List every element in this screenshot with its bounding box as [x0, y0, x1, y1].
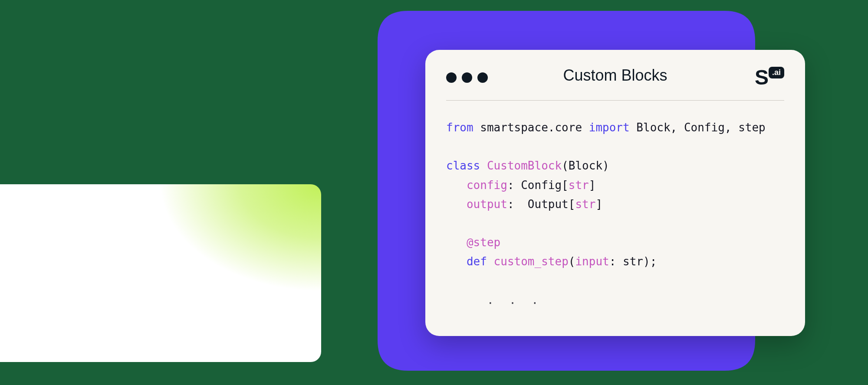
attr-config: config: [467, 179, 507, 192]
type-param: str: [569, 179, 589, 192]
keyword-def: def: [467, 255, 487, 268]
param-type: str: [623, 255, 643, 268]
traffic-lights: [446, 72, 488, 83]
code-ellipsis: . . .: [487, 294, 542, 307]
type-annotation: : Output[: [507, 198, 575, 211]
type-param: str: [575, 198, 595, 211]
decorator-step: @step: [467, 236, 500, 249]
type-annotation: : Config[: [507, 179, 569, 192]
code-content: from smartspace.core import Block, Confi…: [446, 101, 784, 310]
logo-badge: .ai: [769, 67, 784, 78]
code-window: Custom Blocks S .ai from smartspace.core…: [425, 50, 805, 336]
class-name: CustomBlock: [487, 159, 562, 172]
logo: S .ai: [755, 67, 784, 88]
keyword-from: from: [446, 121, 473, 134]
window-header: Custom Blocks S .ai: [446, 67, 784, 101]
traffic-light-maximize[interactable]: [477, 72, 488, 83]
class-parent: (Block): [562, 159, 609, 172]
function-name: custom_step: [494, 255, 569, 268]
window-title: Custom Blocks: [563, 66, 667, 85]
param-name: input: [575, 255, 609, 268]
keyword-import: import: [589, 121, 630, 134]
import-names: Block, Config, step: [636, 121, 765, 134]
attr-output: output: [467, 198, 507, 211]
logo-letter: S: [755, 67, 768, 88]
keyword-class: class: [446, 159, 480, 172]
traffic-light-close[interactable]: [446, 72, 457, 83]
green-gradient-panel: [0, 184, 321, 362]
module-name: smartspace.core: [480, 121, 582, 134]
traffic-light-minimize[interactable]: [462, 72, 472, 83]
